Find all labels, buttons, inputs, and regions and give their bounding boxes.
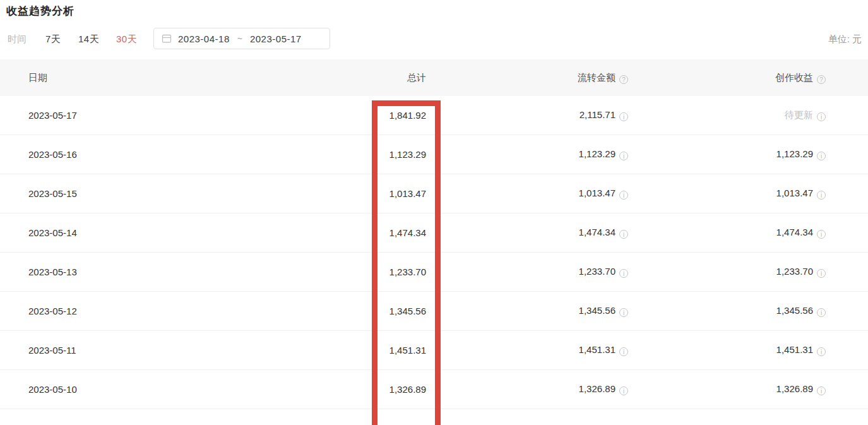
info-icon[interactable]: i bbox=[817, 152, 826, 160]
creation-revenue-cell: 1,013.47i bbox=[628, 188, 826, 200]
transfer-amount-cell: 1,013.47i bbox=[426, 188, 628, 200]
creation-revenue-cell: 待更新i bbox=[628, 109, 826, 121]
total-cell: 1,326.89 bbox=[350, 384, 426, 395]
date-range-end: 2023-05-17 bbox=[250, 33, 302, 44]
total-cell: 1,233.70 bbox=[350, 266, 426, 277]
tab-7-days[interactable]: 7天 bbox=[45, 33, 61, 45]
calendar-icon bbox=[162, 33, 172, 44]
table-row: 2023-05-141,474.341,474.34i1,474.34i bbox=[0, 213, 868, 253]
total-cell: 1,841.92 bbox=[350, 110, 426, 121]
table-row: 2023-05-101,326.891,326.89i1,326.89i bbox=[0, 370, 868, 409]
transfer-amount-cell: 1,345.56i bbox=[426, 305, 628, 317]
creation-revenue-cell: 1,474.34i bbox=[628, 227, 826, 239]
info-icon[interactable]: i bbox=[619, 269, 628, 278]
column-header-transfer-amount: 流转金额? bbox=[426, 72, 628, 84]
info-icon[interactable]: i bbox=[817, 230, 826, 239]
date-cell: 2023-05-10 bbox=[0, 384, 350, 395]
table-row: 2023-05-091,666.711,666.71i1,666.71i bbox=[0, 409, 868, 425]
info-icon[interactable]: i bbox=[619, 347, 628, 356]
info-icon[interactable]: i bbox=[619, 191, 628, 200]
total-cell: 1,474.34 bbox=[350, 227, 426, 238]
date-cell: 2023-05-11 bbox=[0, 345, 350, 356]
date-range-start: 2023-04-18 bbox=[178, 33, 230, 44]
revenue-trend-page: 收益趋势分析 时间 7天 14天 30天 2023-04-18 ~ 2023-0… bbox=[0, 0, 868, 425]
info-icon[interactable]: i bbox=[817, 269, 826, 278]
creation-revenue-cell: 1,345.56i bbox=[628, 305, 826, 317]
date-cell: 2023-05-17 bbox=[0, 110, 350, 121]
info-icon[interactable]: i bbox=[817, 386, 826, 395]
info-icon[interactable]: i bbox=[619, 308, 628, 317]
creation-revenue-cell: 1,123.29i bbox=[628, 148, 826, 160]
filter-bar: 时间 7天 14天 30天 2023-04-18 ~ 2023-05-17 单位… bbox=[0, 28, 868, 51]
transfer-amount-cell: 1,326.89i bbox=[426, 383, 628, 395]
page-title: 收益趋势分析 bbox=[6, 4, 74, 18]
help-icon[interactable]: ? bbox=[817, 75, 826, 84]
revenue-table: 日期 总计 流转金额? 创作收益? 2023-05-171,841.922,11… bbox=[0, 59, 868, 425]
transfer-amount-cell: 1,123.29i bbox=[426, 148, 628, 160]
total-cell: 1,013.47 bbox=[350, 188, 426, 199]
time-filter-label: 时间 bbox=[8, 33, 27, 45]
info-icon[interactable]: i bbox=[817, 112, 826, 121]
date-cell: 2023-05-13 bbox=[0, 266, 350, 277]
table-row: 2023-05-161,123.291,123.29i1,123.29i bbox=[0, 135, 868, 174]
transfer-amount-cell: 1,233.70i bbox=[426, 266, 628, 278]
date-cell: 2023-05-12 bbox=[0, 306, 350, 316]
column-header-date: 日期 bbox=[0, 72, 350, 84]
total-cell: 1,123.29 bbox=[350, 149, 426, 160]
info-icon[interactable]: i bbox=[619, 152, 628, 160]
info-icon[interactable]: i bbox=[817, 347, 826, 356]
transfer-amount-cell: 1,666.71i bbox=[426, 422, 628, 425]
column-header-creation-revenue: 创作收益? bbox=[628, 72, 826, 84]
date-cell: 2023-05-14 bbox=[0, 227, 350, 238]
help-icon[interactable]: ? bbox=[619, 75, 628, 84]
date-cell: 2023-05-16 bbox=[0, 149, 350, 160]
transfer-amount-cell: 1,474.34i bbox=[426, 227, 628, 239]
total-cell: 1,345.56 bbox=[350, 306, 426, 316]
creation-revenue-cell: 1,666.71i bbox=[628, 422, 826, 425]
info-icon[interactable]: i bbox=[619, 112, 628, 121]
table-body: 2023-05-171,841.922,115.71i待更新i2023-05-1… bbox=[0, 96, 868, 425]
table-row: 2023-05-151,013.471,013.47i1,013.47i bbox=[0, 174, 868, 213]
transfer-amount-cell: 2,115.71i bbox=[426, 109, 628, 121]
date-range-picker[interactable]: 2023-04-18 ~ 2023-05-17 bbox=[153, 28, 330, 49]
creation-revenue-cell: 1,233.70i bbox=[628, 266, 826, 278]
unit-label: 单位: 元 bbox=[828, 33, 862, 45]
column-header-total: 总计 bbox=[350, 72, 426, 84]
transfer-amount-cell: 1,451.31i bbox=[426, 344, 628, 356]
total-cell: 1,451.31 bbox=[350, 345, 426, 356]
info-icon[interactable]: i bbox=[619, 386, 628, 395]
creation-revenue-cell: 1,451.31i bbox=[628, 344, 826, 356]
table-header: 日期 总计 流转金额? 创作收益? bbox=[0, 59, 868, 96]
date-cell: 2023-05-15 bbox=[0, 188, 350, 199]
table-row: 2023-05-171,841.922,115.71i待更新i bbox=[0, 96, 868, 135]
info-icon[interactable]: i bbox=[817, 191, 826, 200]
info-icon[interactable]: i bbox=[619, 230, 628, 239]
date-range-separator: ~ bbox=[237, 33, 242, 44]
tab-30-days[interactable]: 30天 bbox=[116, 33, 137, 45]
tab-14-days[interactable]: 14天 bbox=[78, 33, 99, 45]
table-row: 2023-05-131,233.701,233.70i1,233.70i bbox=[0, 253, 868, 292]
table-row: 2023-05-121,345.561,345.56i1,345.56i bbox=[0, 292, 868, 331]
table-row: 2023-05-111,451.311,451.31i1,451.31i bbox=[0, 331, 868, 370]
info-icon[interactable]: i bbox=[817, 308, 826, 317]
creation-revenue-cell: 1,326.89i bbox=[628, 383, 826, 395]
